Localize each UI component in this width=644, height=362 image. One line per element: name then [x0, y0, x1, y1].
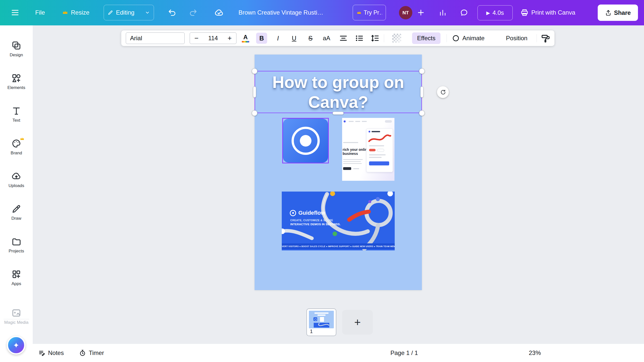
- text-icon: [11, 106, 21, 116]
- font-size-value[interactable]: 114: [203, 35, 223, 42]
- sidebar: Design Elements Text Brand Uploads Draw …: [0, 25, 33, 344]
- letter-case-button[interactable]: aA: [319, 33, 334, 44]
- bullet-list-icon[interactable]: [355, 34, 364, 43]
- resize-handle-bottom-left[interactable]: [252, 110, 257, 116]
- design-icon: [11, 40, 21, 51]
- sidebar-item-label: Draw: [11, 216, 21, 221]
- font-size-increase-button[interactable]: +: [223, 34, 236, 42]
- strikethrough-button[interactable]: S: [305, 33, 315, 44]
- zoom-value[interactable]: 23%: [529, 344, 541, 362]
- sidebar-item-text[interactable]: Text: [0, 100, 33, 128]
- resize-handle-bottom-right[interactable]: [419, 110, 425, 116]
- share-button[interactable]: Share: [598, 5, 638, 21]
- try-pro-label: Try Pr…: [364, 9, 382, 16]
- text-align-icon[interactable]: [339, 34, 348, 43]
- add-page-button[interactable]: +: [342, 310, 373, 335]
- editing-mode-dropdown[interactable]: Editing: [104, 5, 154, 20]
- zoom-value-label: 23%: [529, 349, 541, 356]
- insights-icon[interactable]: [439, 9, 447, 17]
- logo-image-element[interactable]: [282, 118, 329, 163]
- mini-red-ribbon: [368, 134, 391, 143]
- mini-paragraph: [343, 161, 361, 162]
- sidebar-item-draw[interactable]: Draw: [0, 198, 33, 226]
- text-color-button[interactable]: A: [240, 33, 251, 44]
- notes-icon: [38, 349, 45, 356]
- resize-button[interactable]: Resize: [71, 9, 89, 16]
- menu-icon[interactable]: [11, 8, 20, 17]
- sidebar-item-projects[interactable]: Projects: [0, 231, 33, 259]
- mini-paragraph: [343, 159, 363, 160]
- banner-tagline-2: INTERACTIVE DEMOS IN SECONDS.: [290, 223, 341, 226]
- sidebar-item-label: Projects: [9, 249, 24, 253]
- resize-handle-top-left[interactable]: [252, 68, 257, 74]
- mini-nav-link: [349, 121, 354, 122]
- apps-icon: [11, 269, 21, 279]
- resize-handle-bottom[interactable]: [333, 112, 344, 115]
- sidebar-item-uploads[interactable]: Uploads: [0, 165, 33, 194]
- printer-icon: [520, 8, 529, 17]
- sidebar-item-label: Brand: [11, 151, 22, 155]
- resize-handle-top-right[interactable]: [419, 68, 425, 74]
- selected-text-element[interactable]: How to group on Canva?: [255, 71, 422, 113]
- notes-button[interactable]: Notes: [38, 344, 64, 362]
- page-heading[interactable]: How to group on Canva?: [255, 71, 421, 112]
- toolbar-divider: [537, 34, 537, 42]
- mini-banner-squiggle: [314, 323, 329, 328]
- spacing-icon[interactable]: [371, 34, 380, 43]
- font-family-selector[interactable]: Arial: [126, 32, 185, 44]
- sidebar-item-magic-media[interactable]: Magic Media: [0, 302, 33, 330]
- resize-handle-left[interactable]: [253, 86, 256, 98]
- present-duration-button[interactable]: ▶ 4.0s: [477, 5, 513, 20]
- document-title[interactable]: Brown Creative Vintage Rusti…: [238, 9, 334, 16]
- effects-button[interactable]: Effects: [412, 32, 440, 44]
- mini-card-row: [369, 145, 384, 146]
- rotate-handle[interactable]: [437, 86, 449, 98]
- print-with-canva-button[interactable]: Print with Canva: [531, 9, 575, 16]
- underline-button[interactable]: U: [289, 33, 299, 44]
- mini-nav-button: [385, 120, 392, 123]
- sidebar-item-apps[interactable]: Apps: [0, 263, 33, 292]
- transparency-icon[interactable]: [392, 34, 401, 43]
- website-screenshot-element[interactable]: rich your online business: [342, 118, 394, 181]
- sidebar-item-elements[interactable]: Elements: [0, 67, 33, 96]
- format-toolbar: Arial − 114 + A B I U S aA Effects Anima…: [121, 30, 554, 46]
- sidebar-item-label: Elements: [8, 85, 25, 90]
- position-button[interactable]: Position: [503, 33, 531, 44]
- comments-icon[interactable]: [460, 9, 468, 17]
- copy-style-roller-icon[interactable]: [541, 34, 550, 43]
- redo-icon[interactable]: [189, 8, 197, 17]
- notes-label: Notes: [48, 349, 64, 356]
- crown-icon: [356, 10, 362, 16]
- banner-image-element[interactable]: Guideflow CREATE, CUSTOMIZE & SHARE INTE…: [282, 192, 395, 250]
- sidebar-item-brand[interactable]: Brand: [0, 133, 33, 161]
- magic-media-icon: [11, 308, 21, 318]
- file-menu-button[interactable]: File: [35, 9, 45, 16]
- italic-button[interactable]: I: [273, 33, 283, 44]
- resize-handle-right[interactable]: [420, 86, 423, 98]
- mini-cta-button: [343, 167, 351, 170]
- timer-label: Timer: [89, 349, 104, 356]
- share-label: Share: [614, 9, 631, 16]
- font-size-decrease-button[interactable]: −: [190, 34, 203, 42]
- assistant-button[interactable]: ✦: [7, 336, 25, 354]
- undo-icon[interactable]: [168, 8, 177, 17]
- sparkle-icon: ✦: [13, 341, 19, 350]
- add-member-icon[interactable]: [417, 8, 425, 17]
- animate-button[interactable]: Animate: [462, 33, 490, 44]
- toolbar-divider: [447, 34, 447, 42]
- animate-icon: [452, 34, 460, 42]
- top-bar: File Resize Editing Brown Creative Vinta…: [0, 0, 644, 25]
- mini-blue-cta: [369, 161, 389, 165]
- timer-button[interactable]: Timer: [79, 344, 104, 362]
- page-thumbnail-1[interactable]: 1: [306, 308, 336, 336]
- mini-banner-tile: [314, 323, 329, 328]
- try-pro-button[interactable]: Try Pr…: [353, 5, 386, 20]
- mini-link: [353, 168, 359, 169]
- crown-icon: [62, 9, 68, 16]
- mini-card-row: [369, 154, 386, 155]
- bold-button[interactable]: B: [256, 33, 267, 44]
- banner-features-strip: ● CONVERT VISITORS ● BOOST SALES CYCLE ●…: [282, 243, 395, 249]
- mini-card-row: [369, 157, 382, 158]
- avatar[interactable]: NT: [399, 6, 412, 19]
- sidebar-item-design[interactable]: Design: [0, 35, 33, 63]
